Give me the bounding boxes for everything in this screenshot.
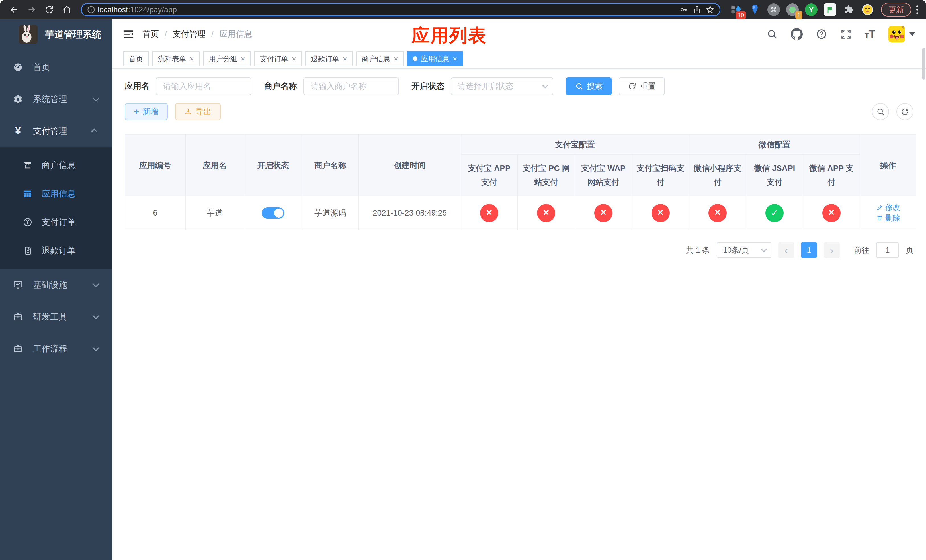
tab-label: 退款订单: [311, 54, 339, 64]
column-header-merchant: 商户名称: [302, 135, 359, 196]
breadcrumb-payment[interactable]: 支付管理: [172, 29, 206, 40]
sidebar-item-system[interactable]: 系统管理: [0, 83, 112, 115]
sidebar-menu: 首页 系统管理 ¥ 支付管理 商户信息: [0, 51, 112, 365]
font-size-icon[interactable]: TT: [865, 29, 875, 39]
status-cross-icon: [537, 204, 555, 222]
add-button[interactable]: + 新增: [125, 103, 168, 120]
toggle-search-button[interactable]: [872, 103, 889, 120]
tab-user-group[interactable]: 用户分组×: [203, 51, 251, 66]
sidebar-item-app-info[interactable]: 应用信息: [0, 179, 112, 208]
browser-reload-button[interactable]: [42, 2, 57, 17]
sidebar-item-pay-order[interactable]: 支付订单: [0, 208, 112, 236]
extension-tab-manager-icon[interactable]: 1: [786, 3, 799, 16]
browser-menu-icon[interactable]: [916, 5, 918, 14]
extension-y-icon[interactable]: Y: [805, 3, 818, 16]
header-search-icon[interactable]: [766, 29, 778, 40]
sidebar-item-infrastructure[interactable]: 基础设施: [0, 269, 112, 301]
sidebar-item-label: 首页: [33, 62, 50, 73]
sidebar-collapse-button[interactable]: [123, 29, 135, 40]
tab-home[interactable]: 首页: [123, 51, 149, 66]
tab-app-info[interactable]: 应用信息×: [407, 51, 463, 66]
reload-icon: [44, 5, 54, 15]
edit-link[interactable]: 修改: [876, 203, 900, 212]
page-size-select[interactable]: 10条/页: [717, 242, 772, 258]
sidebar-item-home[interactable]: 首页: [0, 51, 112, 83]
status-cross-icon: [480, 204, 498, 222]
goto-page-input[interactable]: [876, 242, 899, 258]
delete-link[interactable]: 删除: [876, 213, 900, 223]
chevron-down-icon: [93, 313, 99, 319]
close-icon[interactable]: ×: [292, 55, 296, 62]
sidebar-item-dev-tools[interactable]: 研发工具: [0, 301, 112, 333]
bookmark-star-icon[interactable]: [704, 4, 717, 15]
browser-back-button[interactable]: [6, 2, 21, 17]
plus-icon: +: [134, 107, 139, 116]
sidebar-item-workflow[interactable]: 工作流程: [0, 333, 112, 365]
password-key-icon[interactable]: [678, 4, 690, 15]
extension-command-icon[interactable]: [767, 3, 780, 16]
current-page-button[interactable]: 1: [801, 242, 817, 258]
user-menu[interactable]: [888, 26, 915, 42]
app-title: 芋道管理系统: [45, 28, 101, 41]
status-select-placeholder: 请选择开启状态: [458, 81, 513, 92]
browser-update-button[interactable]: 更新: [881, 3, 911, 17]
chevron-down-icon: [761, 247, 767, 252]
prev-page-button[interactable]: ‹: [778, 242, 794, 258]
next-page-button[interactable]: ›: [824, 242, 840, 258]
browser-home-button[interactable]: [59, 2, 74, 17]
page-content: 应用名 商户名称 开启状态 请选择开启状态 搜索: [112, 77, 926, 269]
share-icon[interactable]: [690, 4, 704, 15]
column-header-alipay-pc: 支付宝 PC 网站支付: [517, 155, 575, 196]
tab-merchant-info[interactable]: 商户信息×: [356, 51, 404, 66]
sidebar-logo[interactable]: 芋道管理系统: [0, 20, 112, 44]
refresh-table-button[interactable]: [896, 103, 914, 120]
help-icon[interactable]: [816, 29, 827, 40]
github-icon[interactable]: [791, 28, 803, 40]
sidebar-item-label: 研发工具: [33, 311, 67, 323]
fullscreen-icon[interactable]: [840, 29, 852, 40]
column-header-wechat-lite: 微信小程序支付: [689, 155, 746, 196]
close-icon[interactable]: ×: [453, 55, 457, 62]
extension-pin-icon[interactable]: 10: [729, 3, 743, 16]
sidebar-item-merchant-info[interactable]: 商户信息: [0, 151, 112, 179]
column-group-alipay: 支付宝配置: [461, 135, 689, 155]
refresh-icon: [628, 82, 636, 91]
status-select[interactable]: 请选择开启状态: [451, 77, 553, 95]
scrollbar-thumb[interactable]: [922, 48, 925, 80]
browser-forward-button[interactable]: [24, 2, 39, 17]
cell-merchant: 芋道源码: [302, 196, 359, 230]
tab-label: 支付订单: [260, 54, 288, 64]
tab-refund-order[interactable]: 退款订单×: [305, 51, 353, 66]
chevron-up-icon: [91, 129, 98, 135]
extension-flag-icon[interactable]: [823, 3, 837, 16]
site-info-icon[interactable]: [85, 4, 98, 15]
yen-circle-icon: [22, 217, 33, 227]
sidebar-item-refund-order[interactable]: 退款订单: [0, 236, 112, 265]
pagination: 共 1 条 10条/页 ‹ 1 › 前往 页: [125, 242, 914, 269]
extensions-puzzle-icon[interactable]: [842, 3, 855, 16]
page-title-annotation: 应用列表: [412, 23, 487, 48]
grid-icon: [22, 189, 33, 198]
search-form: 应用名 商户名称 开启状态 请选择开启状态 搜索: [125, 77, 914, 95]
column-header-alipay-app: 支付宝 APP 支付: [461, 155, 517, 196]
close-icon[interactable]: ×: [241, 55, 245, 62]
tab-label: 首页: [129, 54, 143, 64]
export-button[interactable]: 导出: [175, 103, 221, 120]
status-toggle[interactable]: [262, 207, 284, 219]
tab-pay-order[interactable]: 支付订单×: [254, 51, 301, 66]
chevron-down-icon: [93, 95, 99, 102]
merchant-name-input[interactable]: [303, 77, 399, 95]
extension-kite-icon[interactable]: [748, 3, 761, 16]
address-bar[interactable]: localhost:1024/pay/app: [81, 3, 720, 16]
column-header-wechat-app: 微信 APP 支付: [803, 155, 860, 196]
extension-emoji-icon[interactable]: [861, 3, 874, 16]
breadcrumb-home[interactable]: 首页: [142, 29, 159, 40]
search-button[interactable]: 搜索: [566, 77, 612, 95]
app-name-input[interactable]: [156, 77, 251, 95]
close-icon[interactable]: ×: [190, 55, 194, 62]
sidebar-item-payment[interactable]: ¥ 支付管理: [0, 115, 112, 147]
reset-button[interactable]: 重置: [619, 77, 665, 95]
close-icon[interactable]: ×: [394, 55, 398, 62]
tab-process-form[interactable]: 流程表单×: [152, 51, 200, 66]
close-icon[interactable]: ×: [343, 55, 347, 62]
